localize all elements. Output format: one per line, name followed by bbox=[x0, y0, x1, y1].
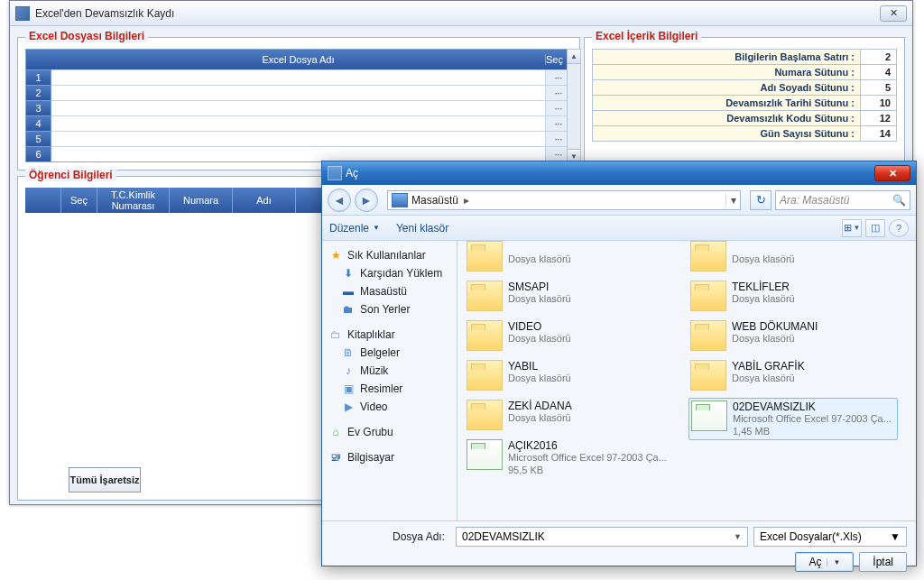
excel-table-body: 1··· 2··· 3··· 4··· 5··· 6··· bbox=[26, 69, 571, 161]
col-file-name: Excel Dosya Adı bbox=[51, 54, 546, 65]
group-excel-files: Excel Dosyası Bilgileri Excel Dosya Adı … bbox=[17, 37, 580, 170]
group-title: Excel Dosyası Bilgileri bbox=[25, 30, 148, 42]
config-row: Bilgilerin Başlama Satırı :2 bbox=[592, 49, 897, 65]
crumb-item[interactable]: Masaüstü bbox=[411, 194, 458, 207]
split-dropdown-icon[interactable]: ▼ bbox=[827, 558, 840, 566]
desktop-icon: ▬ bbox=[342, 285, 355, 298]
dialog-titlebar: Aç ✕ bbox=[322, 161, 916, 185]
sidebar-favorites[interactable]: ★Sık Kullanılanlar bbox=[329, 246, 453, 264]
dialog-close-button[interactable]: ✕ bbox=[874, 165, 910, 181]
main-close-button[interactable]: ✕ bbox=[880, 5, 907, 22]
config-value[interactable]: 14 bbox=[860, 126, 896, 141]
config-value[interactable]: 12 bbox=[860, 111, 896, 125]
folder-icon bbox=[467, 320, 503, 351]
file-list: Dosya klasörü SMSAPIDosya klasörü VIDEOD… bbox=[457, 241, 916, 520]
homegroup-icon: ⌂ bbox=[329, 426, 342, 438]
open-button[interactable]: Aç ▼ bbox=[795, 552, 854, 572]
excel-table-header: Excel Dosya Adı Seç bbox=[26, 50, 571, 69]
list-item[interactable]: YABILDosya klasörü bbox=[465, 358, 674, 392]
file-type-select[interactable]: Excel Dosyalar(*.Xls) ▼ bbox=[753, 527, 907, 547]
config-row: Numara Sütunu :4 bbox=[592, 64, 897, 80]
nav-forward-button[interactable]: ► bbox=[355, 189, 378, 212]
breadcrumb[interactable]: Masaüstü ▸ ▾ bbox=[387, 190, 741, 210]
dialog-icon bbox=[328, 166, 342, 180]
list-item[interactable]: AÇIK2016Microsoft Office Excel 97-2003 Ç… bbox=[465, 437, 674, 478]
list-item[interactable]: ZEKİ ADANADosya klasörü bbox=[465, 398, 674, 432]
preview-pane-button[interactable]: ◫ bbox=[865, 219, 885, 237]
sidebar-homegroup[interactable]: ⌂Ev Grubu bbox=[329, 423, 453, 441]
config-row: Gün Sayısı Sütunu :14 bbox=[592, 125, 897, 142]
scrollbar[interactable]: ▲ ▼ bbox=[567, 49, 581, 164]
main-title: Excel'den Devamsızlık Kaydı bbox=[35, 7, 174, 20]
sidebar-recent[interactable]: 🖿Son Yerler bbox=[342, 300, 453, 318]
table-row[interactable]: 6··· bbox=[26, 146, 571, 161]
scroll-up-icon[interactable]: ▲ bbox=[568, 50, 580, 64]
config-value[interactable]: 4 bbox=[860, 65, 896, 79]
sidebar-downloads[interactable]: ⬇Karşıdan Yüklem bbox=[342, 264, 453, 282]
config-value[interactable]: 10 bbox=[860, 96, 896, 110]
table-row[interactable]: 3··· bbox=[26, 100, 571, 115]
document-icon: 🗎 bbox=[342, 346, 355, 359]
chevron-right-icon[interactable]: ▸ bbox=[458, 194, 475, 207]
organize-menu[interactable]: Düzenle ▼ bbox=[329, 222, 380, 235]
list-item-selected[interactable]: 02DEVAMSIZLIKMicrosoft Office Excel 97-2… bbox=[688, 398, 898, 440]
sidebar-desktop[interactable]: ▬Masaüstü bbox=[342, 282, 453, 300]
dialog-footer: Dosya Adı: 02DEVAMSIZLIK ▼ Excel Dosyala… bbox=[322, 520, 916, 566]
chevron-down-icon[interactable]: ▼ bbox=[734, 532, 742, 541]
clear-all-button[interactable]: Tümü İşaretsiz bbox=[69, 467, 141, 493]
list-item[interactable]: Dosya klasörü bbox=[688, 241, 898, 273]
help-button[interactable]: ? bbox=[889, 219, 909, 237]
video-icon: ▶ bbox=[342, 400, 355, 413]
search-icon: 🔍 bbox=[892, 194, 906, 207]
config-row: Adı Soyadı Sütunu :5 bbox=[592, 79, 897, 96]
view-mode-button[interactable]: ⊞▼ bbox=[842, 219, 862, 237]
file-name-label: Dosya Adı: bbox=[331, 530, 450, 543]
folder-icon bbox=[690, 320, 726, 351]
group-content-info: Excel İçerik Bilgileri Bilgilerin Başlam… bbox=[584, 37, 905, 170]
folder-icon bbox=[690, 281, 726, 311]
library-icon: 🗀 bbox=[329, 328, 342, 341]
folder-icon bbox=[467, 360, 503, 391]
list-item[interactable]: VIDEODosya klasörü bbox=[465, 318, 674, 353]
folder-icon bbox=[690, 360, 726, 391]
dialog-title: Aç bbox=[346, 167, 358, 180]
sidebar-libraries[interactable]: 🗀Kitaplıklar bbox=[329, 326, 453, 344]
crumb-dropdown-icon[interactable]: ▾ bbox=[725, 194, 740, 207]
table-row[interactable]: 4··· bbox=[26, 115, 571, 131]
table-row[interactable]: 5··· bbox=[26, 131, 571, 146]
list-item[interactable]: SMSAPIDosya klasörü bbox=[465, 279, 674, 313]
folder-icon bbox=[467, 241, 503, 272]
sidebar-pictures[interactable]: ▣Resimler bbox=[342, 380, 453, 398]
config-value[interactable]: 2 bbox=[860, 50, 896, 64]
download-icon: ⬇ bbox=[342, 267, 355, 280]
cancel-button[interactable]: İptal bbox=[859, 552, 907, 572]
table-row[interactable]: 1··· bbox=[26, 69, 571, 85]
app-icon bbox=[15, 6, 30, 21]
sidebar-music[interactable]: ♪Müzik bbox=[342, 362, 453, 380]
music-icon: ♪ bbox=[342, 364, 355, 377]
sidebar-documents[interactable]: 🗎Belgeler bbox=[342, 344, 453, 362]
list-item[interactable]: YABİL GRAFİKDosya klasörü bbox=[688, 358, 898, 392]
list-item[interactable]: WEB DÖKUMANIDosya klasörü bbox=[688, 318, 898, 353]
nav-back-button[interactable]: ◄ bbox=[328, 189, 351, 212]
refresh-button[interactable]: ↻ bbox=[750, 190, 772, 210]
search-input[interactable]: Ara: Masaüstü 🔍 bbox=[775, 190, 910, 210]
excel-file-table: Excel Dosya Adı Seç 1··· 2··· 3··· 4··· … bbox=[25, 49, 572, 162]
group-title: Excel İçerik Bilgileri bbox=[592, 30, 701, 42]
config-row: Devamsızlık Tarihi Sütunu :10 bbox=[592, 95, 897, 111]
config-value[interactable]: 5 bbox=[860, 80, 896, 95]
sidebar-videos[interactable]: ▶Video bbox=[342, 398, 453, 416]
main-titlebar: Excel'den Devamsızlık Kaydı ✕ bbox=[10, 1, 912, 26]
file-name-input[interactable]: 02DEVAMSIZLIK ▼ bbox=[456, 527, 748, 547]
sidebar-computer[interactable]: 🖳Bilgisayar bbox=[329, 448, 453, 466]
list-item[interactable]: TEKLİFLERDosya klasörü bbox=[688, 279, 898, 313]
new-folder-button[interactable]: Yeni klasör bbox=[396, 222, 448, 235]
chevron-down-icon: ▼ bbox=[373, 224, 380, 232]
clock-icon: 🖿 bbox=[342, 303, 355, 316]
folder-icon bbox=[467, 400, 503, 430]
file-open-dialog: Aç ✕ ◄ ► Masaüstü ▸ ▾ ↻ Ara: Masaüstü 🔍 … bbox=[321, 161, 917, 566]
table-row[interactable]: 2··· bbox=[26, 85, 571, 100]
picture-icon: ▣ bbox=[342, 382, 355, 395]
excel-icon bbox=[691, 400, 727, 431]
list-item[interactable]: Dosya klasörü bbox=[465, 241, 674, 273]
